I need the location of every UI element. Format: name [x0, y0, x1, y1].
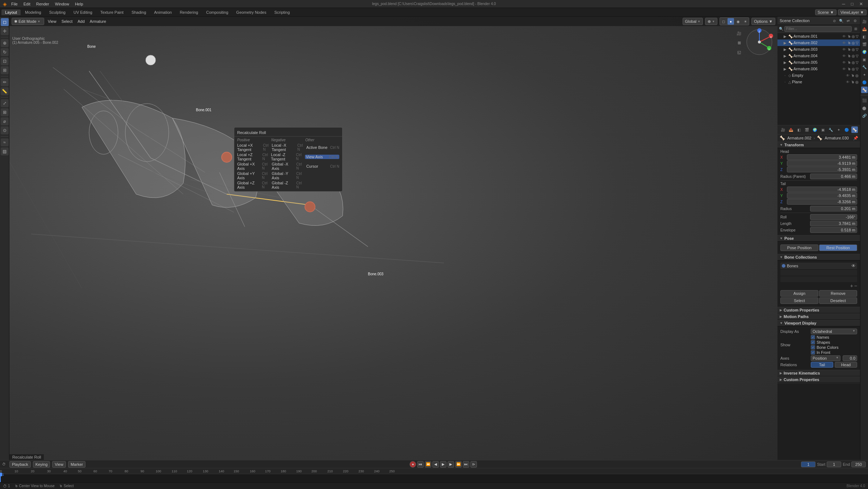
annotate-btn[interactable]: ✏ — [1, 78, 9, 86]
select-menu[interactable]: Select — [60, 19, 74, 24]
popup-item-global-y-axis[interactable]: Global +Y Axis Ctrl N Global -Y Axis Ctr… — [234, 171, 342, 180]
names-checkbox[interactable] — [811, 335, 815, 339]
close-button[interactable]: ✕ — [857, 1, 865, 7]
head-x-field[interactable]: 3.4481 m — [787, 154, 857, 160]
status-center-view[interactable]: 🖱 Center View to Mouse — [14, 484, 55, 488]
empty-restrict-icon[interactable]: 🖱 — [851, 74, 855, 78]
marker-menu[interactable]: Marker — [68, 461, 85, 468]
armature-name[interactable]: Armature.002 — [787, 136, 812, 140]
jump-next-marker-btn[interactable]: ⊳ — [470, 461, 477, 468]
prop-icon-physics[interactable]: 🔵 — [861, 79, 868, 85]
prop-tab-output[interactable]: 📤 — [788, 126, 794, 133]
armature004-render-icon[interactable]: ◎ — [852, 54, 855, 58]
bone-size-btn[interactable]: ⊙ — [1, 126, 9, 134]
prop-tab-scene[interactable]: 🎬 — [804, 126, 810, 133]
tail-x-field[interactable]: -4.9518 m — [787, 187, 857, 192]
select-tool-btn[interactable]: ◻ — [1, 18, 9, 26]
relax-btn[interactable]: ≈ — [1, 138, 9, 146]
prop-icon-bone[interactable]: 🦴 — [861, 87, 868, 93]
collection-visible-icon[interactable]: 👁 — [851, 263, 856, 268]
outliner-item-armature006[interactable]: ▶ 🦴 Armature.006 👁 🖱 ◎ ▽ — [777, 66, 860, 72]
pose-position-btn[interactable]: Pose Position — [780, 244, 818, 251]
armature002-eye-icon[interactable]: 👁 — [842, 41, 847, 45]
tab-geometry-nodes[interactable]: Geometry Nodes — [232, 9, 270, 15]
armature002-render-icon[interactable]: ◎ — [852, 41, 855, 45]
timeline-track[interactable]: 1 — [0, 474, 868, 482]
prop-tab-physics[interactable]: 🔵 — [843, 126, 850, 133]
prop-icon-data[interactable]: ⬛ — [861, 97, 868, 104]
armature005-eye-icon[interactable]: 👁 — [842, 60, 847, 64]
shapes-checkbox[interactable] — [811, 340, 815, 344]
tail-z-field[interactable]: -8.3266 m — [787, 199, 857, 205]
assign-btn[interactable]: Assign — [780, 290, 818, 297]
armature006-filter-icon[interactable]: ▽ — [856, 67, 859, 71]
armature001-eye-icon[interactable]: 👁 — [842, 34, 847, 38]
length-field[interactable]: 3.7841 m — [810, 221, 857, 226]
prop-tab-render[interactable]: 🎥 — [780, 126, 786, 133]
jump-end-btn[interactable]: ⏭ — [463, 461, 469, 468]
head-z-field[interactable]: -5.3931 m — [787, 167, 857, 172]
prop-icon-material[interactable]: ⬤ — [861, 105, 868, 111]
prop-tab-constraints[interactable]: 🦴 — [851, 126, 858, 133]
relations-head-btn[interactable]: Head — [835, 362, 857, 368]
navigation-gizmo[interactable]: X Y Z — [745, 28, 774, 57]
prop-tab-view-layer[interactable]: ◧ — [796, 126, 802, 133]
next-keyframe-btn[interactable]: ⏩ — [455, 461, 462, 468]
play-btn[interactable]: ▶ — [440, 461, 446, 468]
outliner-filter-type-icon[interactable]: ⊞ — [853, 26, 859, 32]
outliner-item-plane[interactable]: · △ Plane 👁 🖱 ◎ — [777, 79, 860, 85]
material-btn[interactable]: ◉ — [735, 18, 741, 25]
inverse-kinematics-header[interactable]: Inverse Kinematics — [777, 370, 860, 376]
armature001-filter-icon[interactable]: ▽ — [856, 34, 859, 38]
roll-field[interactable]: -166° — [810, 214, 857, 220]
timeline-ruler-area[interactable]: 0 10 20 30 40 50 60 70 80 90 100 110 120… — [0, 468, 868, 482]
global-dropdown[interactable]: Global ▼ — [683, 18, 703, 25]
view-layer-dropdown[interactable]: ViewLayer ▼ — [838, 9, 867, 15]
envelope-field[interactable]: 0.518 m — [810, 227, 857, 233]
outliner-item-armature005[interactable]: ▶ 🦴 Armature.005 👁 🖱 ◎ ▽ — [777, 59, 860, 66]
tab-animation[interactable]: Animation — [151, 9, 176, 15]
end-frame-field[interactable]: 250 — [851, 461, 866, 467]
bone-collections-header[interactable]: Bone Collections — [777, 254, 860, 260]
solid-btn[interactable]: ● — [727, 18, 734, 25]
armature004-expand-icon[interactable]: ▶ — [783, 54, 788, 58]
rotate-tool-btn[interactable]: ↻ — [1, 48, 9, 56]
tab-modeling[interactable]: Modeling — [21, 9, 45, 15]
armature002-expand-icon[interactable]: ▶ — [783, 41, 788, 45]
prop-icon-world[interactable]: 🌍 — [861, 49, 868, 55]
prop-icon-output[interactable]: 📤 — [861, 26, 868, 32]
prop-tab-particle[interactable]: ✦ — [835, 126, 842, 133]
armature005-expand-icon[interactable]: ▶ — [783, 60, 788, 64]
armature003-filter-icon[interactable]: ▽ — [856, 47, 859, 51]
top-menu-window[interactable]: Window — [54, 2, 71, 6]
bone-colors-checkbox[interactable] — [811, 345, 815, 350]
add-menu[interactable]: Add — [76, 19, 86, 24]
playback-menu[interactable]: Playback — [9, 461, 31, 468]
prev-keyframe-btn[interactable]: ⏪ — [425, 461, 431, 468]
armature004-filter-icon[interactable]: ▽ — [856, 54, 859, 58]
transform-tool-btn[interactable]: ⊞ — [1, 66, 9, 74]
motion-paths-header[interactable]: Motion Paths — [777, 314, 860, 320]
deselect-btn[interactable]: Deselect — [819, 297, 857, 304]
armature005-filter-icon[interactable]: ▽ — [856, 60, 859, 64]
armature003-eye-icon[interactable]: 👁 — [842, 47, 847, 51]
camera-icon-btn[interactable]: 🎥 — [735, 29, 743, 37]
prop-tab-object[interactable]: ▣ — [819, 126, 826, 133]
armature005-render-icon[interactable]: ◎ — [852, 60, 855, 64]
subdivide-btn[interactable]: ⊞ — [1, 108, 9, 116]
armature003-expand-icon[interactable]: ▶ — [783, 47, 788, 51]
popup-item-local-z-tangent[interactable]: Local +Z Tangent Ctrl N Local -Z Tangent… — [234, 152, 342, 162]
armature006-eye-icon[interactable]: 👁 — [842, 67, 847, 71]
record-btn[interactable]: ● — [410, 461, 416, 468]
top-menu-edit[interactable]: Edit — [22, 2, 32, 6]
tab-shading[interactable]: Shading — [128, 9, 150, 15]
axes-value[interactable]: 0.0 — [843, 355, 857, 361]
empty-render-icon[interactable]: ◎ — [855, 74, 859, 78]
outliner-item-armature002[interactable]: ▶ 🦴 Armature.002 👁 🖱 ◎ ▽ — [777, 39, 860, 46]
bone-roll-btn[interactable]: ⌀ — [1, 117, 9, 125]
prop-icon-view-layer[interactable]: ◧ — [861, 33, 868, 40]
prop-icon-object[interactable]: ▣ — [861, 56, 868, 63]
start-frame-field[interactable]: 1 — [827, 461, 841, 467]
outliner-filter-btn[interactable]: ⊘ — [831, 18, 837, 24]
wireframe-btn[interactable]: ◻ — [720, 18, 727, 25]
